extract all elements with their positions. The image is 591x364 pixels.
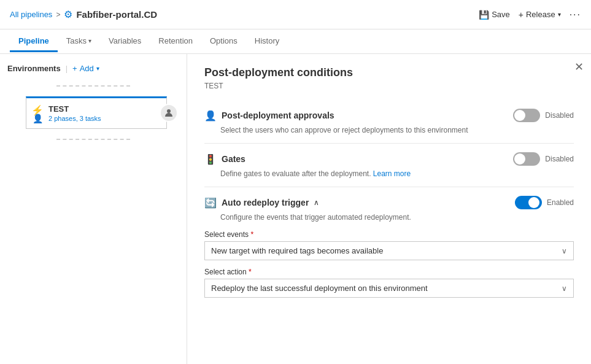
plus-icon: + bbox=[519, 10, 523, 20]
auto-redeploy-section: 🔄 Auto redeploy trigger ∧ Enabled Config… bbox=[204, 187, 574, 306]
add-env-button[interactable]: + Add ▾ bbox=[72, 64, 99, 73]
select-events-label: Select events * bbox=[204, 230, 574, 239]
approvals-section: 👤 Post-deployment approvals Disabled Sel… bbox=[204, 100, 574, 144]
tasks-chevron-icon: ▾ bbox=[88, 37, 91, 44]
pipeline-title: Fabfiber-portal.CD bbox=[76, 9, 157, 20]
env-sep: | bbox=[66, 64, 68, 73]
env-person-icon: 👤 bbox=[33, 114, 43, 123]
tab-history[interactable]: History bbox=[246, 31, 288, 52]
tab-tasks[interactable]: Tasks ▾ bbox=[58, 31, 100, 52]
save-button[interactable]: 💾 Save bbox=[479, 10, 510, 20]
env-card-avatar[interactable] bbox=[160, 104, 178, 122]
gates-learn-more-link[interactable]: Learn more bbox=[373, 169, 411, 178]
tab-variables[interactable]: Variables bbox=[100, 31, 150, 52]
gates-icon: 🚦 bbox=[204, 153, 217, 165]
required-star2: * bbox=[249, 268, 252, 276]
gates-section: 🚦 Gates Disabled Define gates to evaluat… bbox=[204, 144, 574, 187]
gates-desc: Define gates to evaluate after the deplo… bbox=[204, 169, 574, 178]
redeploy-title: Auto redeploy trigger bbox=[222, 198, 309, 207]
select-action-dropdown[interactable]: Redeploy the last successful deployment … bbox=[204, 279, 574, 298]
panel-title: Post-deployment conditions bbox=[204, 66, 574, 79]
env-card-sub: 2 phases, 3 tasks bbox=[48, 115, 159, 122]
more-options-button[interactable]: ··· bbox=[570, 9, 581, 20]
required-star: * bbox=[250, 230, 253, 239]
plus-icon: + bbox=[72, 64, 77, 73]
approvals-toggle-label: Disabled bbox=[545, 111, 574, 120]
gates-title: Gates bbox=[222, 154, 245, 164]
pipeline-icon: ⚙ bbox=[64, 9, 72, 20]
svg-point-0 bbox=[167, 109, 171, 113]
panel-close-button[interactable]: ✕ bbox=[574, 60, 584, 74]
release-button[interactable]: + Release ▾ bbox=[519, 10, 561, 20]
tab-pipeline[interactable]: Pipeline bbox=[10, 31, 58, 52]
env-card-test[interactable]: ⚡ 👤 TEST 2 phases, 3 tasks bbox=[26, 96, 167, 129]
save-icon: 💾 bbox=[479, 10, 489, 20]
select-action-label: Select action * bbox=[204, 268, 574, 276]
select-events-dropdown[interactable]: New target with required tags becomes av… bbox=[204, 241, 574, 260]
select-events-chevron-icon: ∨ bbox=[562, 247, 567, 255]
breadcrumb-sep: > bbox=[56, 10, 60, 19]
select-action-chevron-icon: ∨ bbox=[562, 284, 567, 293]
approvals-icon: 👤 bbox=[204, 110, 217, 122]
panel-subtitle: TEST bbox=[204, 82, 574, 90]
redeploy-chevron-icon[interactable]: ∧ bbox=[314, 198, 319, 207]
redeploy-desc: Configure the events that trigger automa… bbox=[204, 213, 574, 222]
env-card-name: TEST bbox=[48, 104, 159, 114]
approvals-title: Post-deployment approvals bbox=[222, 110, 334, 120]
gates-toggle-label: Disabled bbox=[545, 155, 574, 163]
redeploy-icon: 🔄 bbox=[204, 197, 217, 209]
tab-retention[interactable]: Retention bbox=[150, 31, 201, 52]
environments-label: Environments bbox=[7, 64, 61, 73]
gates-toggle[interactable] bbox=[513, 152, 540, 166]
redeploy-toggle[interactable] bbox=[515, 196, 542, 209]
add-chevron-icon: ▾ bbox=[96, 65, 99, 72]
approvals-toggle[interactable] bbox=[513, 109, 540, 122]
chevron-down-icon: ▾ bbox=[558, 11, 561, 18]
approvals-desc: Select the users who can approve or reje… bbox=[204, 126, 574, 134]
breadcrumb-link[interactable]: All pipelines bbox=[10, 10, 52, 19]
redeploy-toggle-label: Enabled bbox=[547, 198, 574, 207]
tab-options[interactable]: Options bbox=[201, 31, 246, 52]
